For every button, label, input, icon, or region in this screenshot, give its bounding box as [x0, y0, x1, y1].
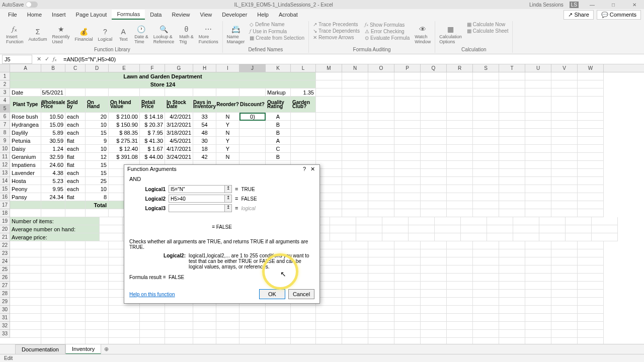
cell-U23[interactable]	[525, 257, 551, 265]
column-header-K[interactable]: K	[266, 64, 291, 72]
column-header-A[interactable]: A	[10, 64, 41, 72]
cell-Q22[interactable]	[421, 249, 447, 257]
cell-M4[interactable]	[316, 97, 342, 113]
cell-C8[interactable]: flat	[65, 137, 86, 145]
cell-R26[interactable]	[447, 282, 473, 290]
cell-N5[interactable]	[342, 113, 368, 121]
share-button[interactable]: ↗ Share	[564, 10, 593, 20]
cell-Q6[interactable]	[421, 121, 447, 129]
cell-W6[interactable]	[578, 121, 604, 129]
cell-S19[interactable]	[487, 225, 513, 233]
cell-P31[interactable]	[394, 322, 421, 330]
cell-J10[interactable]	[239, 153, 266, 161]
cell-Q7[interactable]	[421, 129, 447, 137]
cell-A28[interactable]	[10, 298, 41, 306]
cell-Q18[interactable]	[435, 217, 461, 225]
cell-K4[interactable]: Quality Rating	[266, 97, 291, 113]
cell-W32[interactable]	[578, 330, 604, 338]
cell-R13[interactable]	[447, 177, 473, 185]
cell-R22[interactable]	[447, 249, 473, 257]
calculate-now-button[interactable]: ▦Calculate Now	[465, 21, 511, 28]
cell-J3[interactable]	[239, 88, 266, 97]
cell-G3[interactable]	[165, 88, 193, 97]
row-header-16[interactable]: 16	[0, 193, 10, 201]
cell-U32[interactable]	[525, 330, 551, 338]
cell-P13[interactable]	[394, 177, 421, 185]
cell-W27[interactable]	[578, 290, 604, 298]
column-header-D[interactable]: D	[86, 64, 109, 72]
cell-O8[interactable]	[368, 137, 394, 145]
cell-A15[interactable]: Pansy	[10, 193, 41, 201]
cell-R9[interactable]	[447, 145, 473, 153]
cell-I6[interactable]: Y	[216, 121, 239, 129]
cell-S24[interactable]	[473, 265, 499, 274]
help-link[interactable]: Help on this function	[129, 292, 175, 297]
cell-A17[interactable]	[10, 209, 41, 217]
cell-S5[interactable]	[473, 113, 499, 121]
cell-W7[interactable]	[578, 129, 604, 137]
cell-S12[interactable]	[473, 169, 499, 177]
cell-V12[interactable]	[551, 169, 578, 177]
cell-D10[interactable]: 12	[86, 153, 109, 161]
cell-W26[interactable]	[578, 282, 604, 290]
dialog-help-icon[interactable]: ?	[300, 166, 308, 172]
cell-H30[interactable]	[193, 314, 216, 322]
create-from-selection-button[interactable]: ▦Create from Selection	[248, 35, 306, 41]
cell-R16[interactable]	[447, 201, 473, 209]
cell-G31[interactable]	[165, 322, 193, 330]
cell-E32[interactable]	[109, 330, 140, 338]
column-header-C[interactable]: C	[65, 64, 86, 72]
cell-L9[interactable]	[291, 145, 316, 153]
cell-R21[interactable]	[447, 241, 473, 249]
cell-B30[interactable]	[41, 314, 65, 322]
cell-L4[interactable]: Garden Club?	[291, 97, 316, 113]
cell-F30[interactable]	[140, 314, 165, 322]
cell-B12[interactable]: 4.38	[41, 169, 65, 177]
cell-N20[interactable]	[356, 233, 382, 241]
cell-Q19[interactable]	[435, 225, 461, 233]
cell-K9[interactable]: C	[266, 145, 291, 153]
cell-R18[interactable]	[461, 217, 487, 225]
cell-O4[interactable]	[368, 97, 394, 113]
cell-B10[interactable]: 32.59	[41, 153, 65, 161]
add-sheet-button[interactable]: ⊕	[101, 346, 111, 352]
cell-O24[interactable]	[368, 265, 394, 274]
cell-B26[interactable]	[41, 282, 65, 290]
cell-T7[interactable]	[499, 129, 525, 137]
column-header-F[interactable]: F	[140, 64, 165, 72]
cell-A9[interactable]: Daisy	[10, 145, 41, 153]
cell-D23[interactable]	[86, 257, 109, 265]
row-header-1[interactable]: 1	[0, 72, 10, 80]
cell-U30[interactable]	[525, 314, 551, 322]
cell-T17[interactable]	[499, 209, 525, 217]
cell-T29[interactable]	[499, 306, 525, 314]
cell-Q10[interactable]	[421, 153, 447, 161]
cell-N13[interactable]	[342, 177, 368, 185]
cell-V28[interactable]	[551, 298, 578, 306]
cell-M29[interactable]	[316, 306, 342, 314]
cell-M31[interactable]	[316, 322, 342, 330]
cell-A16[interactable]	[10, 201, 41, 209]
column-header-L[interactable]: L	[291, 64, 316, 72]
cell-U19[interactable]	[539, 225, 566, 233]
arg-input-1[interactable]	[169, 195, 225, 203]
cell-N8[interactable]	[342, 137, 368, 145]
column-header-N[interactable]: N	[342, 64, 368, 72]
cell-D12[interactable]: 15	[86, 169, 109, 177]
cell-P22[interactable]	[394, 249, 421, 257]
cell-P9[interactable]	[394, 145, 421, 153]
cell-K29[interactable]	[266, 306, 291, 314]
cell-D13[interactable]: 25	[86, 177, 109, 185]
cell-R19[interactable]	[461, 225, 487, 233]
cell-O10[interactable]	[368, 153, 394, 161]
cell-W16[interactable]	[578, 201, 604, 209]
cell-D9[interactable]: 10	[86, 145, 109, 153]
cell-S21[interactable]	[473, 241, 499, 249]
column-header-R[interactable]: R	[447, 64, 473, 72]
recently-used-button[interactable]: ★Recently Used	[50, 21, 72, 47]
cell-O28[interactable]	[368, 298, 394, 306]
cell-B22[interactable]	[41, 249, 65, 257]
cell-P10[interactable]	[394, 153, 421, 161]
cell-W13[interactable]	[578, 177, 604, 185]
cell-A25[interactable]	[10, 274, 41, 282]
